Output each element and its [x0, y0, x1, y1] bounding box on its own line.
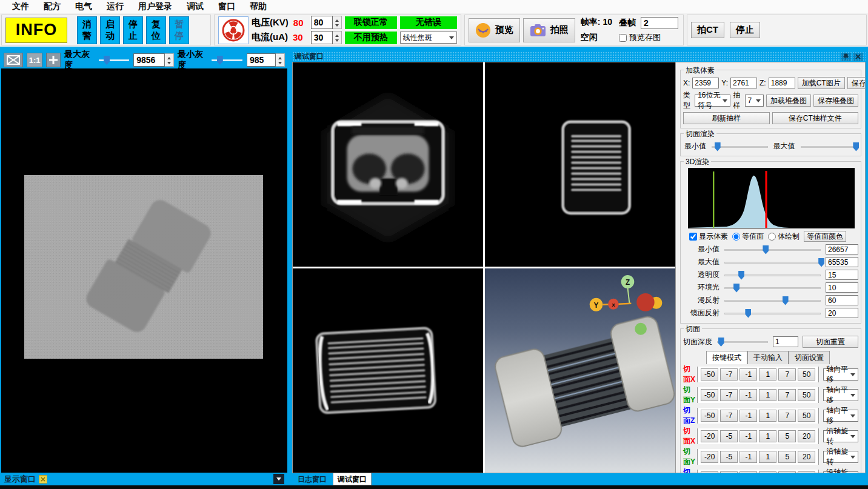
- slider-thumb[interactable]: [853, 142, 859, 151]
- tab-log-window[interactable]: 日志窗口: [293, 473, 331, 485]
- voxel-type-select[interactable]: 16位无符号: [695, 95, 730, 107]
- load-ct-images-button[interactable]: 加载CT图片: [798, 77, 845, 89]
- live-image-canvas[interactable]: [1, 68, 287, 473]
- ct-3d-render-view[interactable]: Z Y x: [485, 268, 675, 473]
- step-button[interactable]: 1: [759, 451, 776, 463]
- stop-button[interactable]: 停止: [123, 16, 143, 44]
- tab-manual-input[interactable]: 手动输入: [747, 351, 789, 364]
- volume-render-option[interactable]: 体绘制: [768, 231, 800, 242]
- tab-list-dropdown-button[interactable]: [273, 474, 284, 484]
- preview-button[interactable]: 预览: [469, 18, 520, 42]
- pause-button[interactable]: 暂停: [169, 16, 189, 44]
- step-button[interactable]: -50: [701, 389, 718, 401]
- slice-depth-slider[interactable]: [716, 337, 769, 347]
- voxel-z-input[interactable]: [769, 78, 795, 88]
- voltage-setpoint-spinner[interactable]: [311, 16, 342, 29]
- tab-display-window[interactable]: 显示窗口: [4, 474, 36, 485]
- menu-item-electric[interactable]: 电气: [68, 1, 99, 12]
- opacity-input[interactable]: [826, 270, 858, 280]
- gray-histogram[interactable]: [688, 168, 855, 228]
- step-button[interactable]: 1: [759, 410, 776, 422]
- close-button[interactable]: [853, 53, 863, 61]
- step-button[interactable]: -5: [720, 451, 738, 463]
- ct-slice-view-xz[interactable]: [293, 268, 483, 473]
- step-button[interactable]: 20: [798, 430, 815, 442]
- volume-render-radio[interactable]: [768, 233, 776, 241]
- sample-rate-select[interactable]: 7: [745, 95, 764, 107]
- step-button[interactable]: -20: [701, 451, 718, 463]
- reset-button[interactable]: 复位: [146, 16, 166, 44]
- min-gray-spinner[interactable]: [247, 53, 285, 67]
- diffuse-input[interactable]: [826, 295, 858, 305]
- spinner-arrows-icon[interactable]: [276, 53, 285, 67]
- slice-y-rotate-select[interactable]: 沿轴旋转: [823, 451, 858, 463]
- step-button[interactable]: 20: [798, 451, 815, 463]
- refresh-sample-button[interactable]: 刷新抽样: [683, 112, 770, 124]
- slider-thumb[interactable]: [718, 338, 724, 347]
- isosurface-option[interactable]: 等值面: [732, 231, 764, 242]
- voxel-x-input[interactable]: [692, 78, 719, 88]
- slice-x-mode-select[interactable]: 轴向平移: [823, 368, 858, 381]
- isosurface-radio[interactable]: [732, 233, 740, 241]
- specular-slider[interactable]: [724, 308, 821, 318]
- slider-thumb[interactable]: [733, 284, 739, 293]
- isosurface-color-button[interactable]: 等值面颜色: [804, 231, 846, 242]
- step-button[interactable]: 50: [798, 368, 815, 381]
- step-button[interactable]: -1: [739, 430, 757, 442]
- slice-render-min-slider[interactable]: [711, 142, 769, 151]
- slider-thumb[interactable]: [217, 56, 223, 65]
- slice-x-rotate-select[interactable]: 沿轴旋转: [823, 430, 858, 442]
- max-gray-slider[interactable]: [98, 55, 130, 65]
- min-value-input[interactable]: [826, 244, 858, 254]
- step-button[interactable]: -5: [720, 430, 738, 442]
- step-button[interactable]: 1: [759, 368, 776, 381]
- slice-reset-button[interactable]: 切面重置: [803, 336, 858, 348]
- current-setpoint-spinner[interactable]: [311, 31, 342, 44]
- menu-item-user-login[interactable]: 用户登录: [131, 1, 179, 12]
- slider-thumb[interactable]: [818, 258, 824, 267]
- opacity-slider[interactable]: [724, 270, 821, 280]
- save-ct-sample-button[interactable]: 保存CT抽样文件: [772, 112, 859, 124]
- slice-depth-input[interactable]: [773, 336, 798, 347]
- max-value-input[interactable]: [826, 257, 858, 267]
- slider-thumb[interactable]: [783, 296, 789, 305]
- slider-thumb[interactable]: [715, 142, 721, 151]
- max-gray-spinner[interactable]: [133, 53, 174, 67]
- slice-y-mode-select[interactable]: 轴向平移: [823, 389, 858, 401]
- shoot-ct-button[interactable]: 拍CT: [691, 22, 724, 38]
- menu-item-debug[interactable]: 调试: [179, 1, 211, 12]
- fit-image-button[interactable]: [4, 53, 23, 67]
- max-gray-input[interactable]: [133, 53, 165, 67]
- pin-button[interactable]: [841, 53, 851, 61]
- specular-input[interactable]: [826, 308, 858, 318]
- step-button[interactable]: -1: [739, 451, 757, 463]
- step-button[interactable]: -1: [739, 368, 757, 381]
- menu-item-help[interactable]: 帮助: [242, 1, 274, 12]
- slider-thumb[interactable]: [745, 309, 751, 318]
- min-gray-input[interactable]: [247, 53, 276, 67]
- step-button[interactable]: 7: [778, 389, 796, 401]
- mute-alarm-button[interactable]: 消警: [77, 16, 97, 44]
- step-button[interactable]: -7: [720, 410, 738, 422]
- ct-stop-button[interactable]: 停止: [730, 22, 760, 38]
- voltage-setpoint-input[interactable]: [311, 16, 333, 29]
- step-button[interactable]: 5: [778, 430, 796, 442]
- slider-thumb[interactable]: [763, 245, 769, 254]
- min-gray-slider[interactable]: [211, 55, 243, 65]
- focus-mode-select[interactable]: 线性焦斑: [400, 32, 457, 44]
- step-button[interactable]: 1: [759, 430, 776, 442]
- step-button[interactable]: -50: [701, 368, 718, 381]
- step-button[interactable]: 50: [798, 410, 815, 422]
- zoom-1-1-button[interactable]: 1:1: [27, 53, 43, 67]
- show-voxel-option[interactable]: 显示体素: [689, 231, 728, 242]
- ambient-light-slider[interactable]: [724, 283, 821, 293]
- menu-item-run[interactable]: 运行: [99, 1, 131, 12]
- step-button[interactable]: -7: [720, 368, 738, 381]
- save-preview-checkbox[interactable]: [619, 34, 627, 42]
- menu-item-window[interactable]: 窗口: [211, 1, 242, 12]
- slice-render-max-slider[interactable]: [800, 142, 858, 151]
- ct-slice-view-xy[interactable]: [293, 62, 483, 267]
- spinner-arrows-icon[interactable]: [165, 53, 174, 67]
- slider-thumb[interactable]: [738, 271, 744, 280]
- panel-splitter[interactable]: [287, 52, 292, 485]
